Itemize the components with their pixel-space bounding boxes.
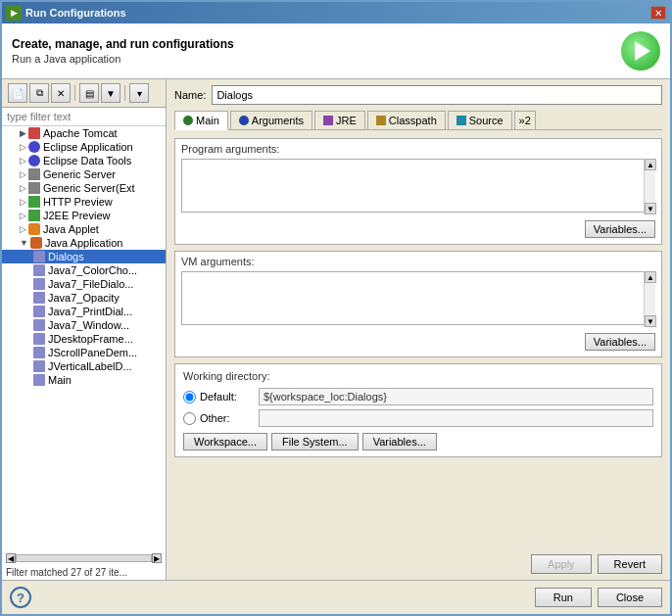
tree-item-jdesktopframe[interactable]: JDesktopFrame... xyxy=(2,332,166,346)
filter-input[interactable] xyxy=(2,108,166,126)
tree-item-java7-colorcho[interactable]: Java7_ColorCho... xyxy=(2,263,166,277)
revert-button[interactable]: Revert xyxy=(598,554,662,574)
footer: ? Run Close xyxy=(2,580,670,614)
other-path-input[interactable] xyxy=(259,409,653,427)
tab-source[interactable]: Source xyxy=(448,111,512,129)
tree-item-label: Generic Server xyxy=(43,168,116,180)
tree-item-label: Dialogs xyxy=(48,251,84,262)
tree-item-eclipse-app[interactable]: ▷ Eclipse Application xyxy=(2,140,166,154)
other-radio[interactable] xyxy=(183,412,196,425)
tree-item-generic-server[interactable]: ▷ Generic Server xyxy=(2,167,166,181)
working-dir-buttons: Workspace... File System... Variables... xyxy=(183,433,653,450)
new-config-button[interactable]: 📄 xyxy=(8,83,27,103)
menu-button[interactable]: ▾ xyxy=(129,83,149,103)
tab-more-label: »2 xyxy=(519,115,531,126)
vm-args-variables-button[interactable]: Variables... xyxy=(585,333,655,351)
scroll-up-btn[interactable]: ▲ xyxy=(645,159,656,170)
default-radio-label: Default: xyxy=(200,391,259,403)
vm-args-scrollbar[interactable]: ▲ ▼ xyxy=(644,271,655,327)
tree-item-j2ee[interactable]: ▷ J2EE Preview xyxy=(2,209,166,222)
scroll-up-btn[interactable]: ▲ xyxy=(645,271,656,283)
bottom-buttons: Apply Revert xyxy=(174,554,662,574)
working-dir-label: Working directory: xyxy=(183,370,653,382)
scroll-track[interactable] xyxy=(16,554,152,562)
program-args-scrollbar[interactable]: ▲ ▼ xyxy=(644,159,655,214)
collapse-button[interactable]: ▤ xyxy=(79,83,99,103)
tab-main-label: Main xyxy=(196,115,219,126)
default-path-input[interactable] xyxy=(259,388,653,405)
apply-button[interactable]: Apply xyxy=(531,554,592,574)
config-icon xyxy=(33,278,45,290)
scroll-right-btn[interactable]: ▶ xyxy=(152,553,162,563)
default-radio-row: Default: xyxy=(183,388,653,405)
scroll-down-btn[interactable]: ▼ xyxy=(645,315,656,327)
cp-tab-icon xyxy=(376,116,386,125)
tree-item-java7-opacity[interactable]: Java7_Opacity xyxy=(2,291,166,305)
config-icon xyxy=(33,319,45,331)
vm-args-input[interactable] xyxy=(181,271,655,325)
tree-item-java7-filedialo[interactable]: Java7_FileDialo... xyxy=(2,277,166,291)
tree-item-label: Java7_FileDialo... xyxy=(48,278,133,290)
run-button[interactable]: Run xyxy=(535,588,592,607)
tree-item-generic-server-ext[interactable]: ▷ Generic Server(Ext xyxy=(2,181,166,195)
tree-item-jverticallabeld[interactable]: JVerticalLabelD... xyxy=(2,359,166,373)
tree-item-java7-printdial[interactable]: Java7_PrintDial... xyxy=(2,305,166,318)
config-icon xyxy=(33,360,45,372)
close-button[interactable]: Close xyxy=(598,588,662,607)
close-button[interactable]: ✕ xyxy=(650,6,666,20)
workspace-button[interactable]: Workspace... xyxy=(183,433,267,450)
name-input[interactable] xyxy=(212,85,662,105)
vm-args-wrapper: ▲ ▼ xyxy=(181,271,655,327)
tab-arguments[interactable]: Arguments xyxy=(230,111,312,129)
wd-variables-button[interactable]: Variables... xyxy=(362,433,437,450)
main-tab-icon xyxy=(183,116,193,125)
program-args-input[interactable] xyxy=(181,159,655,213)
tab-classpath[interactable]: Classpath xyxy=(367,111,446,129)
program-args-variables-button[interactable]: Variables... xyxy=(585,220,655,238)
expand-button[interactable]: ▼ xyxy=(101,83,120,103)
title-bar-left: ▶ Run Configurations xyxy=(6,5,126,21)
filter-status: Filter matched 27 of 27 ite... xyxy=(2,565,166,580)
tree-item-dialogs[interactable]: Dialogs xyxy=(2,250,166,263)
tree-item-label: Java7_Opacity xyxy=(48,292,120,304)
header-area: Create, manage, and run configurations R… xyxy=(2,24,670,79)
tab-main[interactable]: Main xyxy=(174,111,228,130)
tabs-row: Main Arguments JRE Classpath Source xyxy=(174,111,662,130)
run-triangle-icon xyxy=(635,41,650,61)
tree-item-apache-tomcat[interactable]: ▶ Apache Tomcat xyxy=(2,126,166,140)
scroll-down-btn[interactable]: ▼ xyxy=(645,203,656,214)
args-tab-icon xyxy=(239,116,249,125)
left-panel: 📄 ⧉ ✕ ▤ ▼ ▾ ▶ Apache Tomcat xyxy=(2,79,167,580)
tree-item-label: Java7_ColorCho... xyxy=(48,264,137,276)
tree-item-java-application[interactable]: ▼ Java Application xyxy=(2,236,166,250)
expand-icon: ▷ xyxy=(20,183,26,193)
scroll-track xyxy=(645,170,655,203)
header-subtitle: Run a Java application xyxy=(12,53,234,65)
expand-icon: ▷ xyxy=(20,169,26,179)
scroll-left-btn[interactable]: ◀ xyxy=(6,553,16,563)
help-button[interactable]: ? xyxy=(10,587,31,608)
tree-item-java7-window[interactable]: Java7_Window... xyxy=(2,318,166,332)
tab-jre[interactable]: JRE xyxy=(314,111,365,129)
tree-item-eclipse-data[interactable]: ▷ Eclipse Data Tools xyxy=(2,154,166,167)
src-tab-icon xyxy=(456,116,466,125)
filesystem-button[interactable]: File System... xyxy=(271,433,359,450)
footer-right: Run Close xyxy=(535,588,662,607)
window-icon: ▶ xyxy=(6,5,22,21)
tab-more[interactable]: »2 xyxy=(514,111,536,129)
tab-jre-label: JRE xyxy=(336,115,357,126)
j2ee-icon xyxy=(28,210,40,221)
duplicate-button[interactable]: ⧉ xyxy=(29,83,49,103)
expand-icon: ▶ xyxy=(20,128,26,138)
tree-item-main[interactable]: Main xyxy=(2,373,166,387)
jre-tab-icon xyxy=(323,116,333,125)
tree-item-label: Java Application xyxy=(45,237,123,249)
tree-item-java-applet[interactable]: ▷ Java Applet xyxy=(2,222,166,236)
tree-scrollbar[interactable]: ◀ ▶ xyxy=(2,551,166,565)
delete-button[interactable]: ✕ xyxy=(51,83,71,103)
tree-item-jscrollpanedem[interactable]: JScrollPaneDem... xyxy=(2,346,166,359)
vm-args-vars-row: Variables... xyxy=(181,330,655,351)
default-radio[interactable] xyxy=(183,391,196,403)
tree-item-label: JScrollPaneDem... xyxy=(48,347,137,358)
tree-item-http-preview[interactable]: ▷ HTTP Preview xyxy=(2,195,166,209)
